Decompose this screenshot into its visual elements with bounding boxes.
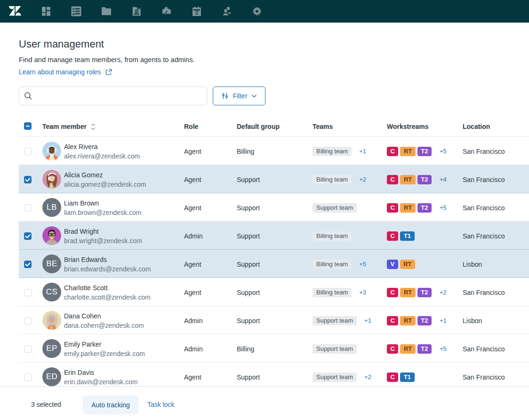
svg-text:2: 2 xyxy=(195,10,198,16)
